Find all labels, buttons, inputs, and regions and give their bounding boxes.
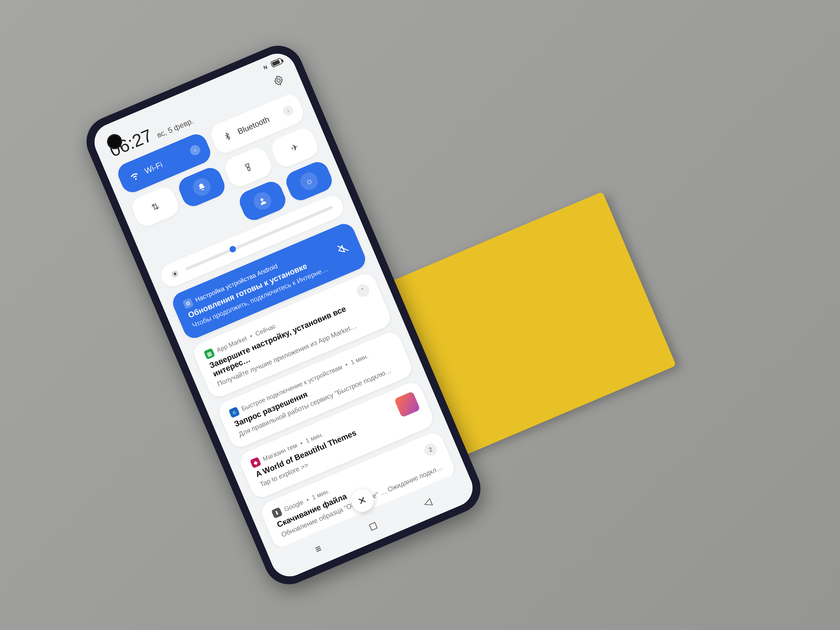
brightness-thumb[interactable]: [229, 245, 237, 253]
flashlight-icon: [237, 156, 260, 179]
home-button[interactable]: ◻: [360, 513, 385, 538]
quick-connect-icon: ⎋: [229, 407, 240, 418]
app-market-icon: ▦: [204, 348, 215, 360]
gear-icon: [271, 73, 286, 88]
bell-icon: [190, 175, 213, 199]
person-icon: [251, 189, 274, 213]
wifi-icon: [126, 167, 143, 184]
recents-button[interactable]: ≡: [306, 536, 330, 561]
back-button[interactable]: ◁: [415, 490, 440, 515]
download-icon: ⬇: [271, 507, 283, 519]
brightness-icon: ☼: [297, 170, 321, 193]
settings-button[interactable]: [268, 70, 289, 91]
nfc-icon: N: [262, 64, 268, 71]
svg-point-1: [248, 167, 249, 168]
data-swap-icon: ⇅: [144, 195, 167, 218]
airplane-icon: ✈: [283, 136, 306, 159]
themes-icon: ◆: [250, 457, 261, 468]
bluetooth-icon: [219, 128, 236, 145]
scene-background: N 06:27 вс, 5 февр.: [0, 0, 840, 630]
svg-point-0: [276, 78, 281, 82]
gear-icon: ⚙: [182, 298, 194, 309]
svg-point-2: [260, 198, 264, 201]
sun-icon: ☀: [169, 268, 181, 280]
